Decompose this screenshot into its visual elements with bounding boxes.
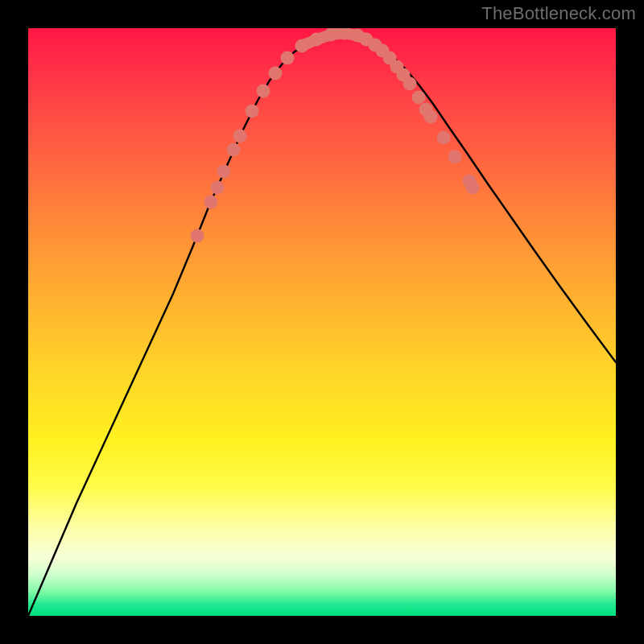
right-curve — [341, 32, 616, 362]
data-marker — [233, 130, 247, 143]
data-marker — [211, 181, 225, 195]
plot-area — [28, 28, 616, 616]
data-marker — [257, 85, 270, 98]
chart-frame: TheBottleneck.com — [0, 0, 644, 644]
data-marker — [227, 143, 241, 157]
data-marker — [217, 165, 231, 179]
data-marker — [191, 229, 204, 243]
data-marker — [466, 181, 480, 195]
data-marker — [448, 151, 462, 164]
data-marker — [246, 105, 259, 118]
curve-overlay — [28, 28, 616, 616]
data-marker — [310, 33, 324, 47]
data-marker — [269, 67, 283, 80]
data-marker — [424, 110, 438, 124]
data-marker — [412, 91, 426, 105]
watermark-text: TheBottleneck.com — [481, 3, 636, 24]
data-marker — [403, 77, 417, 91]
data-marker — [281, 52, 295, 65]
data-marker — [437, 131, 451, 145]
data-marker — [204, 196, 218, 209]
data-marker — [295, 39, 309, 53]
left-curve — [28, 32, 341, 616]
data-marker — [324, 28, 338, 42]
data-markers-group — [191, 28, 480, 243]
